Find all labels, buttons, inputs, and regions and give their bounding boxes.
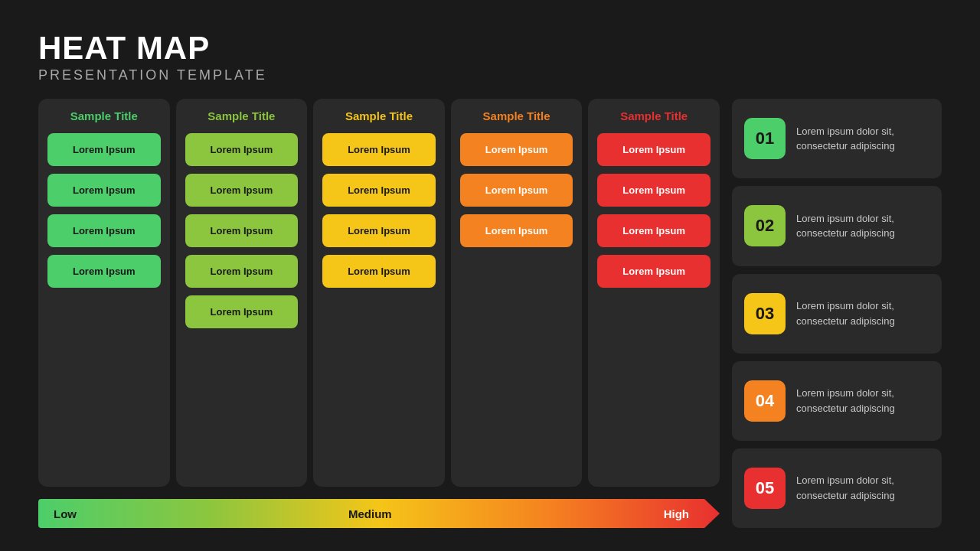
heat-btn-col4-row3[interactable]: Lorem Ipsum	[460, 214, 573, 247]
main-title: HEAT MAP	[38, 31, 942, 66]
legend-low: Low	[54, 507, 77, 520]
heat-btn-col2-row1[interactable]: Lorem Ipsum	[185, 133, 299, 166]
page-container: HEAT MAP PRESENTATION TEMPLATE Sample Ti…	[0, 0, 980, 551]
heat-btn-col5-row1[interactable]: Lorem Ipsum	[597, 133, 710, 166]
heat-btn-col5-row3[interactable]: Lorem Ipsum	[597, 214, 710, 247]
numbered-item-text-5: Lorem ipsum dolor sit,consectetur adipis…	[796, 473, 895, 503]
number-badge-5: 05	[744, 468, 786, 509]
number-badge-3: 03	[744, 293, 786, 334]
number-badge-4: 04	[744, 380, 786, 422]
column-title-2: Sample Title	[185, 109, 299, 122]
heat-columns: Sample TitleLorem IpsumLorem IpsumLorem …	[38, 99, 720, 528]
numbered-item-2: 02Lorem ipsum dolor sit,consectetur adip…	[732, 186, 942, 266]
heat-btn-col2-row2[interactable]: Lorem Ipsum	[185, 174, 299, 207]
column-title-3: Sample Title	[322, 109, 436, 122]
legend-bar-container: Low Medium High	[38, 499, 720, 528]
numbered-item-3: 03Lorem ipsum dolor sit,consectetur adip…	[732, 274, 942, 354]
heat-btn-col4-row2[interactable]: Lorem Ipsum	[460, 174, 573, 207]
heat-btn-col3-row3[interactable]: Lorem Ipsum	[322, 214, 436, 247]
column-title-4: Sample Title	[460, 109, 573, 122]
numbered-item-4: 04Lorem ipsum dolor sit,consectetur adip…	[732, 361, 942, 441]
numbered-list: 01Lorem ipsum dolor sit,consectetur adip…	[732, 99, 942, 528]
heat-btn-col3-row1[interactable]: Lorem Ipsum	[322, 133, 436, 166]
heat-btn-col1-row4[interactable]: Lorem Ipsum	[47, 255, 161, 288]
content-area: Sample TitleLorem IpsumLorem IpsumLorem …	[38, 99, 942, 528]
heat-btn-col5-row2[interactable]: Lorem Ipsum	[597, 174, 710, 207]
heat-btn-col5-row4[interactable]: Lorem Ipsum	[597, 255, 710, 288]
heat-btn-col1-row3[interactable]: Lorem Ipsum	[47, 214, 161, 247]
heat-column-4: Sample TitleLorem IpsumLorem IpsumLorem …	[451, 99, 583, 487]
legend-medium: Medium	[348, 507, 392, 520]
legend-high: High	[664, 507, 689, 520]
header: HEAT MAP PRESENTATION TEMPLATE	[38, 31, 942, 83]
numbered-item-text-1: Lorem ipsum dolor sit,consectetur adipis…	[796, 124, 895, 154]
heat-column-3: Sample TitleLorem IpsumLorem IpsumLorem …	[313, 99, 445, 487]
heat-btn-col1-row2[interactable]: Lorem Ipsum	[47, 174, 161, 207]
sub-title: PRESENTATION TEMPLATE	[38, 67, 942, 83]
heat-column-2: Sample TitleLorem IpsumLorem IpsumLorem …	[176, 99, 308, 487]
numbered-item-1: 01Lorem ipsum dolor sit,consectetur adip…	[732, 99, 942, 178]
numbered-item-5: 05Lorem ipsum dolor sit,consectetur adip…	[732, 448, 942, 528]
numbered-item-text-2: Lorem ipsum dolor sit,consectetur adipis…	[796, 211, 895, 241]
number-badge-2: 02	[744, 205, 786, 246]
heat-btn-col2-row4[interactable]: Lorem Ipsum	[185, 255, 299, 288]
heat-column-5: Sample TitleLorem IpsumLorem IpsumLorem …	[588, 99, 720, 487]
heat-btn-col4-row1[interactable]: Lorem Ipsum	[460, 133, 573, 166]
heat-btn-col1-row1[interactable]: Lorem Ipsum	[47, 133, 161, 166]
number-badge-1: 01	[744, 118, 786, 159]
column-title-1: Sample Title	[47, 109, 161, 122]
columns-row: Sample TitleLorem IpsumLorem IpsumLorem …	[38, 99, 720, 487]
legend-bar: Low Medium High	[38, 499, 720, 528]
heat-column-1: Sample TitleLorem IpsumLorem IpsumLorem …	[38, 99, 170, 487]
numbered-item-text-4: Lorem ipsum dolor sit,consectetur adipis…	[796, 386, 895, 416]
column-title-5: Sample Title	[597, 109, 710, 122]
heat-btn-col2-row3[interactable]: Lorem Ipsum	[185, 214, 299, 247]
numbered-item-text-3: Lorem ipsum dolor sit,consectetur adipis…	[796, 298, 895, 328]
heat-btn-col3-row2[interactable]: Lorem Ipsum	[322, 174, 436, 207]
heat-btn-col2-row5[interactable]: Lorem Ipsum	[185, 295, 299, 328]
heat-btn-col3-row4[interactable]: Lorem Ipsum	[322, 255, 436, 288]
